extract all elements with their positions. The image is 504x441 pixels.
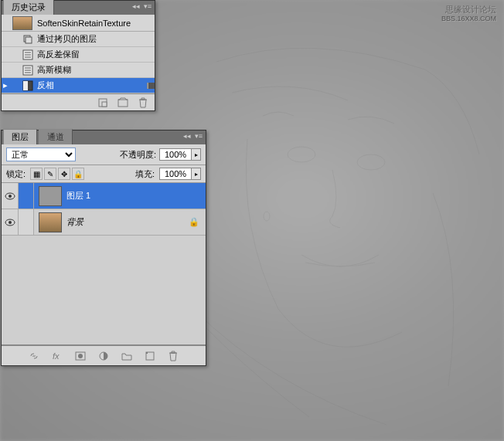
svg-point-2 (264, 212, 270, 221)
link-col[interactable] (19, 209, 34, 235)
layers-panel-header[interactable]: 图层 通道 ◂◂ ▾≡ (2, 131, 206, 144)
history-snapshot-row[interactable]: SoftenSkinRetainTexture (2, 15, 155, 32)
layers-panel: 图层 通道 ◂◂ ▾≡ 正常 不透明度: ▸ 锁定: ▦ ✎ ✥ 🔒 填充: ▸ (1, 130, 206, 366)
delete-layer-icon[interactable] (168, 351, 179, 361)
tab-layers[interactable]: 图层 (3, 129, 37, 144)
layer-row[interactable]: 背景 🔒 (2, 209, 206, 236)
lock-transparency-icon[interactable]: ▦ (30, 168, 43, 180)
svg-point-19 (9, 195, 12, 198)
svg-rect-17 (118, 100, 128, 107)
watermark-line3: BBS.16XX8.COM (441, 15, 496, 24)
history-current-marker: ▸ (3, 80, 11, 90)
link-layers-icon[interactable] (29, 351, 39, 361)
lock-position-icon[interactable]: ✥ (58, 168, 70, 180)
layers-footer: fx (2, 345, 206, 365)
history-panel-header[interactable]: 历史记录 ◂◂ ▾≡ (2, 1, 155, 15)
history-item-label: 高斯模糊 (37, 64, 71, 76)
opacity-label: 不透明度: (120, 149, 156, 161)
svg-text:fx: fx (53, 351, 60, 361)
history-item[interactable]: 高反差保留 (2, 47, 155, 63)
history-list: 通过拷贝的图层 高反差保留 高斯模糊 ▸ 反相 (2, 32, 155, 93)
visibility-toggle[interactable] (2, 209, 19, 235)
snapshot-thumb (12, 16, 32, 30)
svg-point-24 (78, 354, 83, 358)
visibility-toggle[interactable] (2, 183, 19, 209)
svg-point-1 (357, 154, 385, 170)
panel-menu-icon[interactable]: ▾≡ (194, 132, 203, 141)
history-item-label: 高反差保留 (37, 49, 80, 60)
lock-pixels-icon[interactable]: ✎ (44, 168, 56, 180)
svg-point-0 (288, 147, 315, 162)
delete-icon[interactable] (138, 97, 148, 108)
new-layer-icon[interactable] (145, 351, 155, 361)
layer-row[interactable]: 图层 1 (2, 183, 206, 209)
eye-icon (5, 219, 15, 226)
lock-all-icon[interactable]: 🔒 (72, 168, 84, 180)
fill-label: 填充: (135, 168, 155, 180)
history-slider-handle[interactable] (148, 83, 155, 89)
layers-toolbar: 正常 不透明度: ▸ (2, 144, 206, 165)
history-item-label: 反相 (37, 80, 54, 91)
panel-collapse-icon[interactable]: ◂◂ (182, 132, 192, 141)
history-panel: 历史记录 ◂◂ ▾≡ SoftenSkinRetainTexture 通过拷贝的… (1, 0, 155, 111)
invert-icon (22, 80, 34, 92)
blur-icon (22, 64, 34, 76)
create-document-icon[interactable] (97, 97, 108, 108)
layer-mask-icon[interactable] (75, 351, 86, 361)
lock-label: 锁定: (6, 168, 26, 180)
link-col[interactable] (19, 183, 34, 209)
fill-input[interactable] (159, 168, 192, 180)
history-item[interactable]: ▸ 反相 (2, 78, 155, 93)
layer-style-icon[interactable]: fx (52, 351, 63, 361)
layer-copy-icon (22, 33, 34, 46)
eye-icon (5, 192, 15, 200)
history-item-label: 通过拷贝的图层 (37, 33, 97, 45)
fill-slider-toggle[interactable]: ▸ (192, 168, 201, 180)
panel-menu-icon[interactable]: ▾≡ (143, 2, 152, 12)
lock-row: 锁定: ▦ ✎ ✥ 🔒 填充: ▸ (2, 165, 206, 183)
svg-rect-4 (26, 37, 32, 43)
layer-name[interactable]: 背景 (66, 216, 189, 228)
svg-rect-14 (23, 81, 28, 90)
opacity-slider-toggle[interactable]: ▸ (192, 148, 201, 161)
history-footer (2, 93, 155, 110)
svg-point-21 (9, 221, 12, 224)
highpass-icon (22, 49, 34, 61)
watermark: 思缘设计论坛 BBS.16XX8.COM (441, 4, 496, 24)
tab-history[interactable]: 历史记录 (3, 0, 54, 15)
history-item[interactable]: 高斯模糊 (2, 63, 155, 78)
layer-thumb[interactable] (39, 212, 62, 232)
layer-name[interactable]: 图层 1 (66, 190, 206, 202)
svg-rect-16 (102, 102, 107, 107)
adjustment-layer-icon[interactable] (98, 351, 109, 361)
opacity-input[interactable] (159, 148, 192, 161)
layer-list: 图层 1 背景 🔒 (2, 183, 206, 345)
lock-icon: 🔒 (189, 217, 199, 227)
watermark-line1: 思缘设计论坛 (441, 4, 496, 15)
blend-mode-select[interactable]: 正常 (6, 148, 76, 161)
snapshot-name: SoftenSkinRetainTexture (37, 19, 152, 28)
layer-thumb[interactable] (39, 186, 62, 206)
history-item[interactable]: 通过拷贝的图层 (2, 32, 155, 47)
panel-collapse-icon[interactable]: ◂◂ (131, 2, 141, 12)
new-snapshot-icon[interactable] (117, 97, 128, 108)
tab-channels[interactable]: 通道 (39, 129, 73, 144)
group-icon[interactable] (121, 351, 132, 361)
